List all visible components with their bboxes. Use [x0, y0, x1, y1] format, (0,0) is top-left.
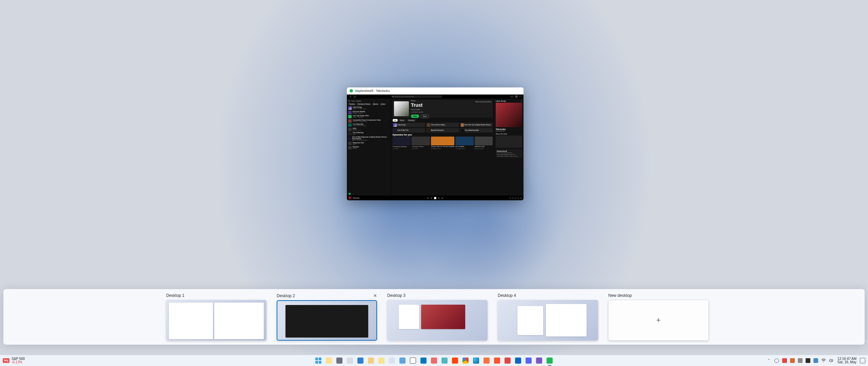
taskbar-trello[interactable] [419, 357, 428, 365]
minimize-icon[interactable] [519, 97, 521, 97]
onedrive-icon[interactable] [797, 358, 803, 363]
desktop-thumbnail[interactable] [166, 300, 267, 341]
sidebar-item[interactable]: God of War Ragnarok (Original Motion Pic… [348, 136, 389, 141]
play-pause-button[interactable] [434, 197, 436, 199]
play-button[interactable]: Play [411, 115, 419, 118]
sidebar-item[interactable]: The Gathering Artist [348, 132, 389, 135]
now-playing-mini[interactable]: Takotsubo [349, 197, 360, 200]
sidebar-item[interactable]: Your Episodes Saved & downloaded [348, 123, 389, 127]
close-desktop-icon[interactable]: ✕ [373, 293, 377, 298]
desktop-thumbnail[interactable] [498, 300, 598, 341]
shortcut-tile[interactable]: God of War (Ori... [393, 128, 425, 133]
taskbar-app-purple[interactable] [535, 357, 543, 365]
lyrics-icon[interactable] [509, 197, 511, 199]
taskbar-edge[interactable] [472, 357, 480, 365]
add-icon[interactable]: + [374, 100, 375, 102]
volume-icon[interactable] [829, 358, 834, 363]
desktop-thumbnail[interactable] [277, 300, 377, 341]
sidebar-item[interactable]: Discover Weekly Playlist • Spotify [348, 111, 389, 114]
repeat-icon[interactable] [441, 197, 443, 199]
library-chip[interactable]: Playlists [348, 103, 356, 105]
notifications-icon[interactable] [860, 358, 865, 363]
filter-chip[interactable]: All [393, 119, 398, 122]
search-input[interactable]: What do you want to play? [391, 95, 442, 98]
nav-back-icon[interactable] [350, 96, 351, 98]
taskbar-calendar[interactable] [388, 357, 396, 365]
episode-card[interactable]: The Beauty of Nothing • N Today [393, 137, 411, 149]
bluetooth-icon[interactable] [813, 358, 818, 363]
filter-chip[interactable]: Podcasts [407, 119, 416, 122]
volume-icon[interactable] [517, 197, 519, 199]
new-desktop[interactable]: New desktop + [608, 293, 709, 341]
taskbar-start[interactable] [314, 357, 322, 365]
sidebar-item[interactable]: Random Playlist [348, 146, 389, 149]
sidebar-item[interactable]: Liked Songs Playlist • 1,028 songs [348, 106, 389, 110]
task-view-preview-spotify[interactable]: Maybeshewill - Takotsubo What do you wan… [347, 87, 524, 200]
shuffle-icon[interactable] [427, 197, 429, 199]
new-desktop-button[interactable]: + [608, 300, 709, 341]
desktop-1[interactable]: Desktop 1 [166, 293, 267, 341]
episode-card[interactable]: THE ALLURE OF THE MULTIVERSE The Allure … [431, 137, 455, 149]
taskbar-notion[interactable] [409, 357, 417, 365]
taskbar-settings[interactable] [335, 357, 343, 365]
taskbar-files[interactable] [367, 357, 375, 365]
display-icon[interactable] [805, 358, 811, 363]
taskbar-sticky-notes[interactable] [377, 357, 386, 365]
sidebar-item[interactable]: Conspiratlo Facto Conspiracies Facts Pod… [348, 119, 389, 123]
taskbar-firefox[interactable] [482, 357, 491, 365]
widgets-button[interactable]: S&P 500 -0.13% [3, 357, 25, 364]
taskbar-asana[interactable] [430, 357, 438, 365]
app-red-tray[interactable] [782, 358, 787, 363]
prev-track-icon[interactable] [431, 197, 432, 199]
library-chip[interactable]: Albums [372, 103, 379, 105]
shortcut-tile[interactable]: New: Part Two (Original Motion Picture..… [460, 123, 493, 127]
sidebar-item[interactable]: 2023 Playlist • user [348, 128, 389, 131]
hide-announcements[interactable]: Hide announcements [475, 101, 491, 103]
taskbar-brave[interactable] [493, 357, 501, 365]
taskbar-chrome[interactable] [461, 357, 470, 365]
taskbar-linkedin[interactable] [514, 357, 522, 365]
sidebar-item[interactable]: Your Top Songs 2023 Playlist • Spotify [348, 115, 389, 118]
desktop-3[interactable]: Desktop 3 [387, 293, 488, 341]
app-lock-tray[interactable] [790, 358, 795, 363]
close-panel-icon[interactable]: × [521, 100, 522, 102]
taskbar-store[interactable] [356, 357, 364, 365]
whats-new-icon[interactable] [510, 96, 514, 98]
desktop-4[interactable]: Desktop 4 [498, 293, 598, 341]
next-track-icon[interactable] [438, 197, 440, 199]
queue-icon[interactable] [512, 197, 514, 199]
taskbar-reddit[interactable] [451, 357, 459, 365]
clock[interactable]: 12:16:47 AM Sat, 18, May [837, 357, 856, 364]
taskbar-spotify[interactable] [546, 357, 554, 365]
sidebar-item[interactable]: Sleepman Disc Artist [348, 142, 389, 145]
user-avatar[interactable] [515, 95, 518, 98]
fullscreen-icon[interactable] [520, 197, 522, 199]
expand-icon[interactable]: → [387, 100, 389, 102]
shortcut-tile[interactable]: The Gathering Radio [460, 128, 493, 133]
shortcut-tile[interactable]: This was first written... [426, 123, 459, 127]
episode-card[interactable]: "I roared in the fan... • Apr 2024 [412, 137, 430, 149]
episode-card[interactable]: PERSPECTIVE Episode 246 P... [475, 137, 493, 149]
filter-chip[interactable]: Music [398, 119, 406, 122]
wifi-icon[interactable] [821, 358, 826, 363]
library-header[interactable]: Your Library + → [348, 100, 389, 102]
save-button[interactable]: Save [420, 115, 429, 118]
library-chip[interactable]: Artists [380, 103, 386, 105]
language-icon[interactable] [774, 358, 780, 363]
taskbar-teams[interactable] [440, 357, 449, 365]
devices-icon[interactable] [515, 197, 516, 199]
desktop-thumbnail[interactable] [387, 300, 488, 341]
taskbar-discord[interactable] [525, 357, 533, 365]
shortcut-tile[interactable]: Beautiful Distortion [426, 128, 459, 133]
episode-card[interactable]: BILLIONAIRE • 12 Signs You a... [455, 137, 473, 149]
home-icon[interactable] [353, 95, 356, 98]
taskbar-calculator[interactable] [346, 357, 354, 365]
desktop-2[interactable]: Desktop 2 ✕ [277, 293, 377, 341]
shortcut-tile[interactable]: Liked Songs [393, 123, 425, 127]
chevron-up-icon[interactable]: ˄ [766, 358, 772, 363]
featured-banner[interactable]: Album Trust Anna Carter LISTEN NOW Play … [393, 100, 493, 118]
taskbar-vivaldi[interactable] [504, 357, 512, 365]
library-chip[interactable]: Podcasts & Shows [357, 103, 372, 105]
taskbar-explorer[interactable] [325, 357, 333, 365]
taskbar-dropbox[interactable] [398, 357, 407, 365]
